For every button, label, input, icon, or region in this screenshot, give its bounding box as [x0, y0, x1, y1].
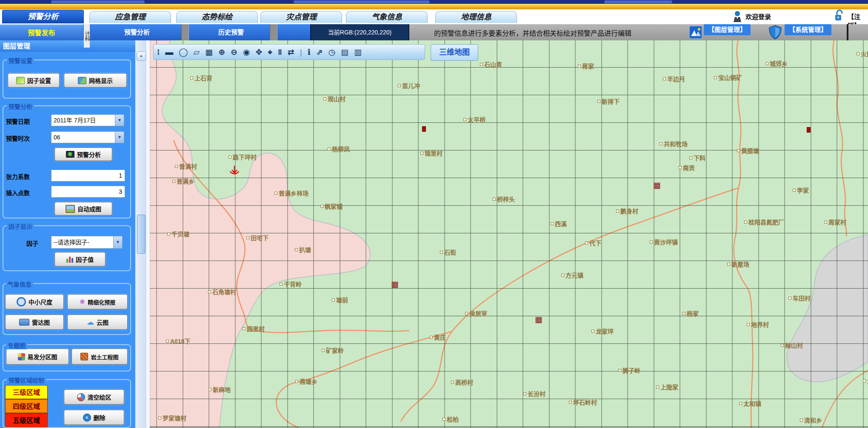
- print-icon[interactable]: ▤: [341, 48, 348, 57]
- subtab-history-warning[interactable]: 历史预警: [194, 24, 268, 40]
- place-label: 干背岭: [280, 280, 302, 288]
- welcome-text: 欢迎登录: [745, 12, 771, 21]
- meso-scale-button[interactable]: 中小尺度: [5, 294, 64, 309]
- place-label: 周家村: [824, 218, 846, 226]
- warning-level-1[interactable]: 三级区域: [5, 385, 48, 399]
- warning-level-2[interactable]: 四级区域: [5, 399, 48, 413]
- auto-map-icon: [66, 205, 75, 213]
- top-tab-6[interactable]: 地理信息: [435, 11, 517, 23]
- measure-circle-icon[interactable]: ◯: [179, 48, 188, 57]
- drag-handle[interactable]: ⁞: [157, 48, 160, 57]
- geotechnical-map-button[interactable]: 岩土工程图: [71, 349, 128, 365]
- pause-icon[interactable]: ‖: [278, 48, 282, 57]
- zoom-extent-icon[interactable]: ⌖: [268, 48, 273, 57]
- warning-time-value: 06: [51, 132, 115, 143]
- place-label: 黄沙坪镇: [650, 238, 678, 246]
- susceptibility-zone-map-button[interactable]: 易发分区图: [6, 349, 69, 365]
- warning-level-3[interactable]: 五级区域: [5, 413, 48, 427]
- unlock-icon[interactable]: [834, 9, 844, 24]
- grid-display-button[interactable]: 网格显示: [64, 73, 127, 88]
- place-label: 路下坪村: [228, 153, 257, 161]
- place-label: 龙家坪: [591, 327, 614, 335]
- refresh-icon[interactable]: ⇄: [288, 48, 294, 57]
- info-icon[interactable]: ℹ: [308, 48, 311, 57]
- factor-settings-button[interactable]: 因子设置: [8, 73, 60, 88]
- factor-settings-icon: [16, 77, 25, 84]
- fine-forecast-button[interactable]: ❀ 精细化预报: [67, 294, 128, 309]
- top-tab-5[interactable]: 气象信息: [346, 11, 428, 23]
- delete-label: 删除: [94, 413, 106, 422]
- system-manager-button[interactable]: 【系统管理】: [785, 24, 831, 35]
- zoom-out-icon[interactable]: ⊖: [231, 48, 237, 57]
- auto-map-label: 自动成图: [77, 204, 101, 213]
- place-label: 燕塘乡: [295, 377, 317, 385]
- subtab-warning-analysis[interactable]: 预警分析: [95, 24, 179, 40]
- measure-ruler-icon[interactable]: ▬: [165, 48, 173, 57]
- place-label: 龙潭: [863, 377, 868, 385]
- factor-combo[interactable]: --请选择因子- ▼: [51, 236, 123, 249]
- place-label: 地界村: [747, 320, 769, 329]
- place-label: 蒋家: [578, 62, 594, 70]
- top-tab-1[interactable]: 预警分析: [2, 10, 84, 23]
- place-label: 方元镇: [561, 271, 583, 279]
- place-label: 杨家: [682, 309, 699, 317]
- export-icon[interactable]: ⇗: [316, 48, 323, 57]
- top-tab-2[interactable]: 应急管理: [89, 11, 171, 23]
- place-label: 车田村: [788, 294, 811, 302]
- chevron-down-icon[interactable]: ▼: [115, 132, 124, 143]
- system-manager-shield-icon[interactable]: [768, 25, 782, 41]
- layer-manager-icon[interactable]: [689, 26, 702, 40]
- place-label: 太平桥: [463, 115, 485, 124]
- scrollbar-up-button[interactable]: ▲: [137, 51, 146, 61]
- place-label: 普满乡: [172, 177, 194, 185]
- place-label: 黄庄: [430, 333, 446, 341]
- place-label: 矿家岭: [322, 346, 344, 354]
- place-label: 下料: [689, 153, 705, 162]
- warning-date-label: 预警日期: [6, 117, 30, 125]
- cloud-map-button[interactable]: ☁ 云图: [67, 315, 128, 330]
- save-icon[interactable]: ▥: [354, 48, 362, 57]
- auto-map-button[interactable]: 自动成图: [54, 202, 112, 215]
- top-tab-4[interactable]: 灾点管理: [260, 11, 342, 23]
- factor-settings-label: 因子设置: [27, 76, 51, 85]
- globe-icon[interactable]: ◉: [243, 48, 250, 57]
- map-viewport[interactable]: 上石背观山村苗儿冲石山青蒋家城郊乡火田半边月宝山铜矿新排下太平桥杨柳凤锦里村下料…: [150, 40, 868, 428]
- chevron-down-icon[interactable]: ▼: [113, 236, 122, 248]
- place-label: 桥梓头: [493, 195, 515, 203]
- subtab-warning-publish[interactable]: 预警发布: [0, 24, 83, 40]
- panel-map-gap: [146, 40, 150, 428]
- meso-scale-label: 中小尺度: [29, 298, 52, 306]
- measure-polygon-icon[interactable]: ▱: [194, 48, 200, 57]
- factor-value-button[interactable]: 因子值: [54, 252, 106, 266]
- map-3d-button[interactable]: 三维地图: [431, 44, 478, 61]
- zoom-in-icon[interactable]: ⊕: [218, 48, 225, 57]
- place-label: 观山村: [323, 94, 345, 103]
- clear-drawing-icon: [77, 393, 85, 401]
- fine-forecast-label: 精细化预报: [88, 298, 115, 306]
- grid-icon[interactable]: ▦: [205, 48, 213, 57]
- delete-button[interactable]: ✕ 删除: [64, 410, 124, 425]
- history-clock-icon[interactable]: ◷: [328, 48, 336, 57]
- layer-manager-button[interactable]: 【图层管理】: [704, 24, 751, 35]
- chevron-down-icon[interactable]: ▼: [115, 115, 124, 126]
- warning-date-combo[interactable]: 2011年 7月17日 ▼: [51, 114, 124, 126]
- place-label: 火田: [857, 49, 868, 58]
- radar-map-button[interactable]: 雷达图: [5, 315, 64, 330]
- pan-hand-icon[interactable]: ✥: [256, 48, 263, 57]
- layer-panel: 图层管理 预警设置 因子设置 网格显示 预警分析 预警日期 2011年 7月17…: [0, 40, 136, 428]
- place-label: 石街: [440, 248, 456, 256]
- insert-points-input[interactable]: [51, 186, 125, 198]
- place-label: 宝山铜矿: [714, 73, 742, 82]
- top-strip-segment: [51, 0, 145, 3]
- place-label: 鹏身村: [616, 207, 638, 215]
- place-label: 半边月: [663, 74, 685, 83]
- group-title-warning-analysis: 预警分析: [7, 102, 34, 111]
- warning-analysis-button[interactable]: 预警分析: [54, 147, 112, 161]
- cloud-map-label: 云图: [97, 318, 108, 326]
- top-tab-3[interactable]: 态势标绘: [176, 11, 258, 23]
- scrollbar-thumb[interactable]: [137, 215, 146, 254]
- clear-drawing-button[interactable]: 清空绘区: [64, 389, 124, 405]
- warning-time-combo[interactable]: 06 ▼: [51, 131, 124, 143]
- top-strip-segment: [294, 0, 430, 3]
- tension-coefficient-input[interactable]: [51, 170, 125, 181]
